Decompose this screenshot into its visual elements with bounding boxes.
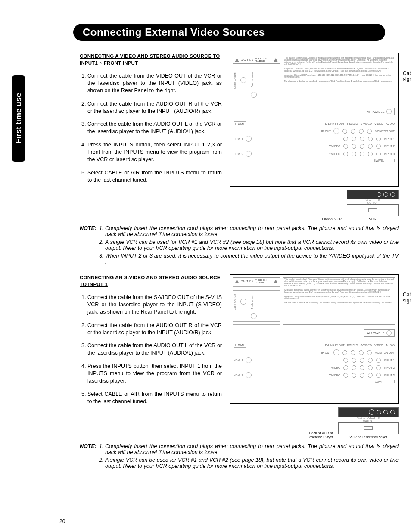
vcr-front [338, 422, 399, 434]
swivel-label: SWIVEL [374, 380, 384, 383]
rca-icon [376, 358, 381, 363]
note-item: Completely insert the connection cord pl… [105, 443, 399, 455]
vcr-caption: VCR [347, 217, 399, 221]
note-1: NOTE: Completely insert the connection c… [80, 225, 399, 267]
rca-icon [352, 137, 356, 141]
rca-icon [360, 373, 364, 378]
rca-icon [343, 137, 348, 141]
rca-icon [352, 358, 356, 363]
swivel-port [387, 380, 395, 383]
input2-label: INPUT 2 [384, 366, 395, 369]
rca-icon [383, 410, 388, 414]
input3-label: INPUT 3 [384, 374, 395, 377]
rca-icon [343, 373, 348, 378]
diagram-top-row: CAUTION MISE EN GARDE Cable CARD™ Push [230, 53, 398, 106]
cable-air-label: Cable or Air signal [403, 292, 411, 304]
note-1-list: Completely insert the connection cord pl… [99, 225, 399, 267]
step: Select CABLE or AIR from the INPUTS menu… [87, 169, 222, 184]
rca-icon [368, 358, 373, 363]
jack-grid: HDMI D-LINK IR OUT RS232C S-VIDEO VIDEO … [230, 117, 398, 166]
rca-icon [352, 144, 356, 149]
hdmi-port-icon [246, 357, 252, 363]
section-tab: First time use [12, 75, 25, 162]
step: Connect the cable from the AUDIO OUT R o… [87, 322, 222, 336]
section-2-steps: Connect the cable from the S-VIDEO OUT o… [80, 294, 222, 405]
swivel-port [387, 159, 395, 162]
step: Connect the cable from the AUDIO OUT R o… [87, 100, 222, 115]
rca-icon [383, 192, 388, 197]
vcr-block-2: Back of VCR or Laserdisc Player S-Video … [230, 407, 399, 439]
push-open-label: Push to open [251, 72, 253, 87]
rca-icon [377, 410, 381, 414]
back-of-vcr-label: Back of VCR or Laserdisc Player [301, 431, 336, 439]
ir-out-label: IR OUT [321, 130, 331, 133]
jack-icon [240, 77, 246, 83]
section-1-heading: CONNECTING A VIDEO AND STEREO AUDIO SOUR… [80, 53, 222, 66]
hdmi-port-icon [246, 151, 252, 157]
hdmi2-label: HDMI 2 [234, 152, 243, 156]
warning-triangle-icon [235, 58, 239, 62]
hdmi-port-icon [246, 372, 252, 378]
rca-icon [352, 373, 356, 378]
dlink-label: D-LINK IR OUT [325, 122, 345, 125]
hdmi1-label: HDMI 1 [234, 137, 243, 140]
manual-page: First time use Connecting External Video… [0, 0, 411, 532]
air-cable-text: AIR/CABLE [367, 110, 385, 113]
rca-icon [368, 152, 373, 156]
section-2-text: CONNECTING AN S-VIDEO AND STEREO AUDIO S… [80, 274, 222, 439]
diagram-top-row: CAUTION MISE EN GARDE Cable CARD™ Push t… [230, 275, 398, 327]
vcr-back-strip [347, 190, 399, 199]
step: Press the INPUTS button, then select INP… [87, 363, 222, 385]
rca-icon [376, 365, 381, 370]
rca-icon [360, 365, 364, 370]
note-item: A single VCR can be used for VCR #1 and … [105, 457, 399, 469]
section-2-diagram-col: Cable or Air signal CAUTION MISE EN GARD… [230, 274, 399, 439]
page-number: 20 [59, 518, 65, 524]
svideo-label: S-VIDEO [360, 122, 372, 125]
air-cable-jack: AIR/CABLE [364, 329, 395, 337]
push-open-label: Push to open [251, 294, 253, 309]
rca-icon [368, 144, 373, 149]
rca-icon [377, 192, 381, 197]
vcr-back-strip [338, 407, 399, 417]
jack-icon [251, 92, 257, 98]
rca-icon [376, 144, 381, 149]
hdmi-logo: HDMI [234, 343, 246, 348]
rca-icon [368, 137, 373, 141]
svideo-jack-icon [369, 409, 374, 415]
air-cable-jack: AIR/CABLE [364, 108, 395, 115]
rca-icon [390, 192, 395, 197]
note-item: When INPUT 2 or 3 are used, it is necess… [105, 253, 399, 265]
rca-icon [352, 365, 356, 370]
rear-panel-diagram-1: CAUTION MISE EN GARDE Cable CARD™ Push [230, 53, 399, 187]
caution-text: CAUTION [241, 59, 253, 61]
jack-icon [251, 313, 257, 319]
rca-icon [352, 152, 356, 156]
rear-panel-diagram-2: CAUTION MISE EN GARDE Cable CARD™ Push t… [230, 274, 399, 404]
yvideo-label: Y/VIDEO [329, 152, 340, 156]
cable-card-label: Cable CARD™ [234, 72, 236, 89]
step: Connect the cable from the S-VIDEO OUT o… [87, 294, 222, 316]
hdmi-port-icon [246, 136, 252, 142]
note-2: NOTE: Completely insert the connection c… [80, 443, 399, 471]
air-cable-row: AIR/CABLE [230, 329, 398, 337]
card-slot [233, 65, 280, 69]
input1-label: INPUT 1 [384, 137, 395, 140]
swivel-label: SWIVEL [374, 159, 384, 162]
air-cable-text: AIR/CABLE [367, 332, 385, 335]
rca-icon [390, 410, 395, 414]
note-label: NOTE: [80, 443, 97, 471]
vcr-block-1: Back of VCR Video L R OUTPUT VCR [230, 190, 399, 221]
video-label: VIDEO [374, 344, 383, 347]
step: Connect the cable from the AUDIO OUT L o… [87, 342, 222, 357]
vcr-slot-icon [368, 208, 377, 212]
content-column: CONNECTING A VIDEO AND STEREO AUDIO SOUR… [80, 53, 399, 471]
mise-en-garde-text: MISE EN GARDE [255, 57, 272, 62]
step: Press the INPUTS button, then select INP… [87, 141, 222, 163]
ir-out-label: IR OUT [321, 351, 331, 354]
vcr-jack-labels: S-Video Video L R OUTPUT [338, 417, 399, 422]
section-1: CONNECTING A VIDEO AND STEREO AUDIO SOUR… [80, 53, 399, 221]
vcr-front [347, 204, 399, 216]
yvideo-label: Y/VIDEO [329, 374, 340, 377]
air-cable-row: AIR/CABLE [230, 108, 398, 115]
